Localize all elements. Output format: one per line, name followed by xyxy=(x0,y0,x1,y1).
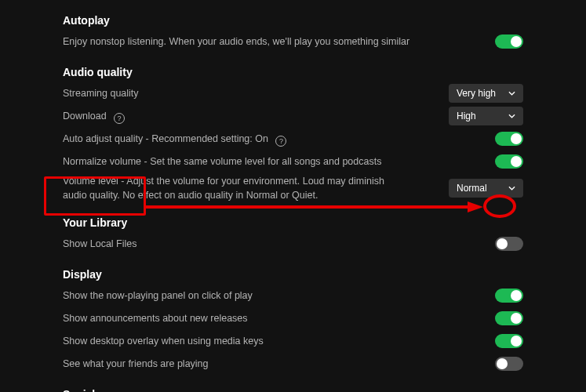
announcements-label: Show announcements about new releases xyxy=(63,311,495,325)
chevron-down-icon xyxy=(508,186,515,191)
section-title-display: Display xyxy=(63,268,523,281)
info-icon[interactable] xyxy=(275,136,286,147)
row-download-quality: Download High xyxy=(63,106,523,126)
download-quality-value: High xyxy=(457,111,476,122)
download-label: Download xyxy=(63,109,449,123)
auto-adjust-label: Auto adjust quality - Recommended settin… xyxy=(63,132,495,146)
section-title-autoplay: Autoplay xyxy=(63,14,523,27)
streaming-quality-select[interactable]: Very high xyxy=(449,84,523,103)
friends-label: See what your friends are playing xyxy=(63,357,495,371)
normalize-label: Normalize volume - Set the same volume l… xyxy=(63,154,495,169)
streaming-quality-label: Streaming quality xyxy=(63,86,449,100)
row-show-local-files: Show Local Files xyxy=(63,234,523,254)
announcements-toggle[interactable] xyxy=(495,311,523,325)
overlay-label: Show desktop overlay when using media ke… xyxy=(63,334,495,348)
streaming-quality-value: Very high xyxy=(457,88,496,99)
autoplay-desc: Enjoy nonstop listening. When your audio… xyxy=(63,34,495,49)
now-playing-toggle[interactable] xyxy=(495,289,523,303)
overlay-toggle[interactable] xyxy=(495,334,523,348)
row-auto-adjust: Auto adjust quality - Recommended settin… xyxy=(63,129,523,149)
row-desktop-overlay: Show desktop overlay when using media ke… xyxy=(63,331,523,351)
settings-panel: Autoplay Enjoy nonstop listening. When y… xyxy=(0,14,586,392)
row-friends-playing: See what your friends are playing xyxy=(63,354,523,374)
friends-toggle[interactable] xyxy=(495,357,523,371)
show-local-files-toggle[interactable] xyxy=(495,237,523,251)
download-quality-select[interactable]: High xyxy=(449,107,523,125)
section-title-social: Social xyxy=(63,388,523,392)
volume-level-label: Volume level - Adjust the volume for you… xyxy=(63,174,400,202)
show-local-files-label: Show Local Files xyxy=(63,237,495,251)
autoplay-toggle[interactable] xyxy=(495,34,523,49)
row-autoplay: Enjoy nonstop listening. When your audio… xyxy=(63,31,523,52)
volume-level-value: Normal xyxy=(457,183,487,194)
row-streaming-quality: Streaming quality Very high xyxy=(63,83,523,103)
row-volume-level: Volume level - Adjust the volume for you… xyxy=(63,174,523,202)
normalize-toggle[interactable] xyxy=(495,154,523,169)
info-icon[interactable] xyxy=(114,113,125,124)
row-announcements: Show announcements about new releases xyxy=(63,308,523,328)
chevron-down-icon xyxy=(508,114,515,118)
row-normalize-volume: Normalize volume - Set the same volume l… xyxy=(63,151,523,172)
section-title-library: Your Library xyxy=(63,216,523,229)
auto-adjust-toggle[interactable] xyxy=(495,132,523,146)
row-now-playing: Show the now-playing panel on click of p… xyxy=(63,285,523,306)
volume-level-select[interactable]: Normal xyxy=(449,179,523,198)
now-playing-label: Show the now-playing panel on click of p… xyxy=(63,289,495,303)
section-title-audio-quality: Audio quality xyxy=(63,66,523,78)
chevron-down-icon xyxy=(508,91,515,96)
